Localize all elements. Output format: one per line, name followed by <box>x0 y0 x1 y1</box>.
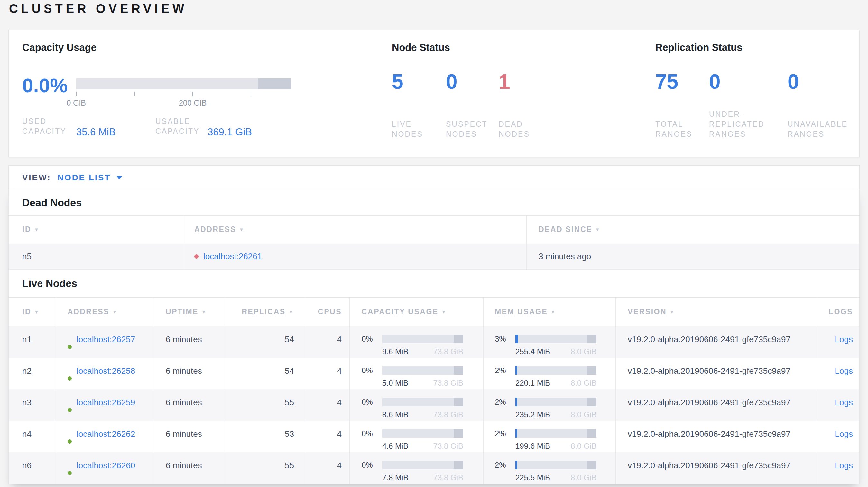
uptime-cell: 6 minutes <box>153 326 224 358</box>
capacity-usage-total-value: 73.8 GiB <box>433 346 463 357</box>
column-header-address[interactable]: ADDRESS▼ <box>183 216 526 244</box>
node-address-link[interactable]: localhost:26257 <box>76 334 135 345</box>
column-header-id[interactable]: ID▼ <box>9 297 56 326</box>
capacity-usage-total-value: 73.8 GiB <box>433 378 463 389</box>
mem-usage-cell: 2%199.6 MiB8.0 GiB <box>483 421 615 452</box>
column-header-id[interactable]: ID▼ <box>9 216 183 244</box>
node-address-link[interactable]: localhost:26259 <box>76 397 135 408</box>
capacity-usage-used-value: 4.6 MiB <box>382 441 408 452</box>
capacity-usage-meter-reserved <box>454 461 463 469</box>
capacity-usage-values: 4.6 MiB73.8 GiB <box>382 441 463 452</box>
live-node-row: n6localhost:262606 minutes5540%7.8 MiB73… <box>9 452 859 484</box>
mem-usage-cell: 2%235.2 MiB8.0 GiB <box>483 389 615 421</box>
usable-capacity-value: 369.1 GiB <box>208 126 252 138</box>
capacity-usage-meter <box>382 397 463 406</box>
sort-desc-icon: ▼ <box>441 309 447 315</box>
column-divider <box>526 215 527 270</box>
capacity-usage-meter <box>382 429 463 438</box>
capacity-usage-bar-row: 0% <box>362 366 483 375</box>
stat-label: UNAVAILABLE RANGES <box>787 119 848 139</box>
node-address-link[interactable]: localhost:26261 <box>203 251 262 262</box>
mem-usage-meter-reserved <box>587 334 596 343</box>
column-divider <box>615 297 616 484</box>
mem-usage-values: 235.2 MiB8.0 GiB <box>516 409 596 420</box>
version-cell: v19.2.0-alpha.20190606-2491-gfe735c9a97 <box>615 358 818 389</box>
column-header-uptime[interactable]: UPTIME▼ <box>153 297 224 326</box>
live-node-row: n2localhost:262586 minutes5440%5.0 MiB73… <box>9 358 859 389</box>
column-header-dead-since[interactable]: DEAD SINCE▼ <box>526 216 859 244</box>
uptime-cell: 6 minutes <box>153 389 224 421</box>
mem-usage-used-value: 199.6 MiB <box>516 441 550 452</box>
mem-usage-bar-row: 2% <box>495 461 615 469</box>
capacity-usage-meter-reserved <box>454 334 463 343</box>
capacity-usage-title: Capacity Usage <box>22 42 96 54</box>
column-label: ID <box>22 225 31 234</box>
mem-usage-bar-row: 2% <box>495 429 615 438</box>
logs-cell: Logs <box>818 358 859 389</box>
logs-link[interactable]: Logs <box>835 365 853 376</box>
view-dropdown[interactable]: NODE LIST <box>58 173 111 183</box>
dead-status-dot <box>194 254 198 259</box>
dead-nodes-table-body: n5localhost:262613 minutes ago <box>9 244 859 269</box>
sort-desc-icon: ▼ <box>112 309 118 315</box>
stat-label: DEAD NODES <box>499 119 530 139</box>
sort-desc-icon: ▼ <box>288 309 294 315</box>
capacity-usage-percent: 0% <box>362 334 382 343</box>
column-label: DEAD SINCE <box>538 225 592 234</box>
usable-capacity-label: USABLE CAPACITY <box>155 117 199 136</box>
capacity-usage-cell: 0%5.0 MiB73.8 GiB <box>349 358 483 389</box>
live-nodes-table-body: n1localhost:262576 minutes5440%9.6 MiB73… <box>9 326 859 484</box>
column-header-version[interactable]: VERSION▼ <box>615 297 818 326</box>
live-node-row: n4localhost:262626 minutes5340%4.6 MiB73… <box>9 421 859 452</box>
column-label: ADDRESS <box>194 225 236 234</box>
replicas-cell: 54 <box>224 326 306 358</box>
column-divider <box>224 297 225 484</box>
logs-link[interactable]: Logs <box>835 334 853 345</box>
column-header-mem-usage[interactable]: MEM USAGE▼ <box>483 297 615 326</box>
mem-usage-percent: 2% <box>495 366 516 375</box>
mem-usage-values: 199.6 MiB8.0 GiB <box>516 441 596 452</box>
logs-link[interactable]: Logs <box>835 428 853 440</box>
summary-stat: 1DEAD NODES <box>499 71 530 139</box>
axis-tick-label: 0 GiB <box>67 98 86 107</box>
column-header-replicas[interactable]: REPLICAS▼ <box>224 297 306 326</box>
node-address-link[interactable]: localhost:26260 <box>76 460 135 471</box>
column-header-capacity-usage[interactable]: CAPACITY USAGE▼ <box>349 297 483 326</box>
mem-usage-used-value: 235.2 MiB <box>516 409 550 420</box>
logs-link[interactable]: Logs <box>835 460 853 471</box>
live-node-row: n3localhost:262596 minutes5540%8.6 MiB73… <box>9 389 859 421</box>
mem-usage-meter <box>516 366 596 375</box>
axis-tick-label: 200 GiB <box>179 98 207 107</box>
capacity-usage-meter-reserved <box>454 429 463 438</box>
column-label: UPTIME <box>166 307 198 316</box>
dead-nodes-table-header: ID▼ADDRESS▼DEAD SINCE▼ <box>9 215 859 244</box>
mem-usage-percent: 2% <box>495 397 516 406</box>
node-address-link[interactable]: localhost:26262 <box>76 428 135 440</box>
mem-usage-meter-fill <box>516 429 517 438</box>
column-label: ID <box>22 307 31 316</box>
stat-label: UNDER- REPLICATED RANGES <box>709 109 787 139</box>
cpus-cell: 4 <box>306 326 349 358</box>
node-address-link[interactable]: localhost:26258 <box>76 365 135 376</box>
node-address-cell: localhost:26260 <box>56 452 153 484</box>
summary-stat: 5LIVE NODES <box>392 71 446 139</box>
cpus-cell: 4 <box>306 358 349 389</box>
chevron-down-icon[interactable] <box>117 176 122 180</box>
mem-usage-values: 255.4 MiB8.0 GiB <box>516 346 596 357</box>
capacity-usage-cell: 0%7.8 MiB73.8 GiB <box>349 452 483 484</box>
node-list-panel: Dead Nodes ID▼ADDRESS▼DEAD SINCE▼ n5loca… <box>8 190 860 484</box>
column-divider <box>818 297 818 484</box>
column-header-address[interactable]: ADDRESS▼ <box>56 297 153 326</box>
axis-tick <box>76 92 76 96</box>
mem-usage-meter-reserved <box>587 397 596 406</box>
capacity-usage-total-value: 73.8 GiB <box>433 472 463 483</box>
node-status-title: Node Status <box>392 42 450 54</box>
view-selector-bar: VIEW: NODE LIST <box>8 165 860 190</box>
logs-link[interactable]: Logs <box>835 397 853 408</box>
mem-usage-percent: 3% <box>495 334 516 343</box>
mem-usage-meter-fill <box>516 461 517 469</box>
uptime-cell: 6 minutes <box>153 421 224 452</box>
capacity-usage-meter <box>382 461 463 469</box>
sort-desc-icon: ▼ <box>202 309 207 315</box>
mem-usage-total-value: 8.0 GiB <box>571 409 596 420</box>
